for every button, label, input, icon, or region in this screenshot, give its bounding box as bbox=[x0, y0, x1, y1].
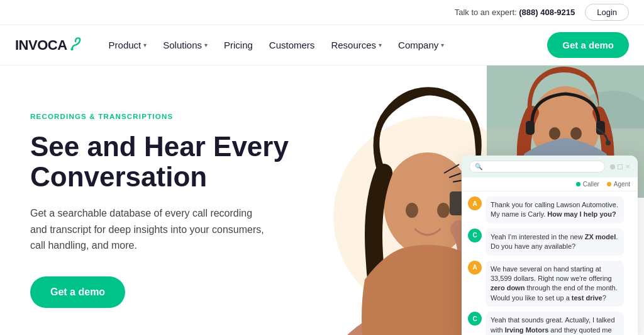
caller-legend: Caller bbox=[576, 181, 599, 188]
phone-number: (888) 408-9215 bbox=[519, 8, 575, 17]
chat-search-bar[interactable]: 🔍 bbox=[469, 161, 605, 173]
agent-dot-icon bbox=[607, 182, 611, 186]
agent-legend: Agent bbox=[607, 181, 630, 188]
chat-message-2: C Yeah I'm interested in the new ZX mode… bbox=[468, 229, 631, 256]
recordings-label: RECORDINGS & TRANSCRIPTIONS bbox=[30, 113, 289, 120]
chat-message-4: C Yeah that sounds great. Actually, I ta… bbox=[468, 312, 631, 335]
login-button[interactable]: Login bbox=[585, 4, 629, 21]
chat-window-controls: ✕ bbox=[610, 163, 630, 170]
nav-item-company[interactable]: Company ▾ bbox=[392, 36, 450, 54]
svg-point-18 bbox=[570, 127, 582, 140]
caller-avatar: C bbox=[468, 229, 482, 242]
caller-avatar-2: C bbox=[468, 312, 482, 326]
logo[interactable]: INVOCA bbox=[15, 37, 82, 54]
nav-item-resources[interactable]: Resources ▾ bbox=[325, 36, 388, 54]
agent-avatar: A bbox=[468, 196, 482, 210]
svg-rect-14 bbox=[526, 121, 535, 135]
caller-dot-icon bbox=[576, 182, 580, 186]
get-demo-hero-button[interactable]: Get a demo bbox=[30, 276, 125, 308]
chevron-down-icon: ▾ bbox=[441, 42, 444, 48]
window-close-icon: ✕ bbox=[625, 163, 630, 170]
nav-items: Product ▾ Solutions ▾ Pricing Customers … bbox=[103, 36, 548, 54]
chat-bubble-2: Yeah I'm interested in the new ZX model.… bbox=[486, 229, 624, 256]
svg-point-16 bbox=[606, 140, 611, 145]
window-dot-icon bbox=[610, 164, 615, 169]
logo-text: INVOCA bbox=[15, 37, 67, 54]
top-bar: Talk to an expert: (888) 408-9215 Login bbox=[0, 0, 644, 25]
agent-avatar-2: A bbox=[468, 261, 482, 275]
nav-item-solutions[interactable]: Solutions ▾ bbox=[157, 36, 214, 54]
chat-card-header: 🔍 ✕ bbox=[462, 156, 638, 178]
chevron-down-icon: ▾ bbox=[204, 42, 208, 48]
svg-point-5 bbox=[437, 203, 450, 218]
chat-bubble-3: We have several on hand starting at 33,5… bbox=[486, 261, 624, 307]
motion-lines-decoration bbox=[444, 173, 462, 186]
chevron-down-icon: ▾ bbox=[379, 42, 382, 48]
svg-point-4 bbox=[406, 203, 418, 218]
nav-item-customers[interactable]: Customers bbox=[263, 36, 321, 54]
chat-message-1: A Thank you for calling Lawson Automotiv… bbox=[468, 196, 631, 224]
get-demo-nav-button[interactable]: Get a demo bbox=[547, 32, 629, 58]
chat-bubble-4: Yeah that sounds great. Actually, I talk… bbox=[486, 312, 624, 335]
chat-bubble-1: Thank you for calling Lawson Automotive.… bbox=[486, 196, 624, 224]
expert-text: Talk to an expert: (888) 408-9215 bbox=[455, 8, 575, 17]
nav-item-pricing[interactable]: Pricing bbox=[218, 36, 259, 54]
hero-left: RECORDINGS & TRANSCRIPTIONS See and Hear… bbox=[0, 65, 314, 335]
nav-item-product[interactable]: Product ▾ bbox=[103, 36, 153, 54]
hero-description: Get a searchable database of every call … bbox=[30, 205, 269, 254]
logo-icon bbox=[69, 37, 82, 51]
chat-messages: A Thank you for calling Lawson Automotiv… bbox=[462, 191, 638, 335]
hero-right: 🔍 ✕ Caller Agent bbox=[314, 65, 644, 335]
search-icon: 🔍 bbox=[475, 163, 482, 170]
svg-point-0 bbox=[70, 48, 73, 50]
main-nav: INVOCA Product ▾ Solutions ▾ Pricing Cus… bbox=[0, 25, 644, 65]
hero-title: See and Hear Every Conversation bbox=[30, 132, 289, 191]
chat-transcript-card: 🔍 ✕ Caller Agent bbox=[462, 156, 638, 335]
chevron-down-icon: ▾ bbox=[143, 42, 147, 48]
window-square-icon bbox=[618, 164, 623, 169]
chat-legend: Caller Agent bbox=[462, 178, 638, 191]
chat-message-3: A We have several on hand starting at 33… bbox=[468, 261, 631, 307]
svg-point-17 bbox=[549, 127, 560, 140]
hero-section: RECORDINGS & TRANSCRIPTIONS See and Hear… bbox=[0, 65, 644, 335]
